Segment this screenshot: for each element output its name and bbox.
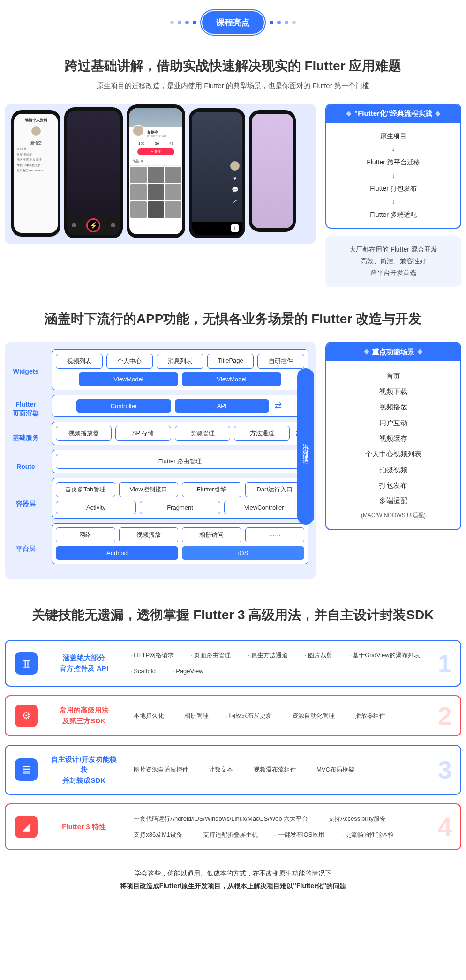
phone-detail [249, 110, 296, 232]
flow-card: "Flutter化"经典流程实践 原生项目 ↓ Flutter 跨平台迁移 ↓ … [325, 104, 461, 229]
phone-video-feed: ♥ 💬 ↗ + [189, 108, 245, 238]
chip-activity: Activity [56, 501, 136, 514]
plus-icon: + [231, 224, 239, 232]
phone-profile-grid: 超悟空 ID 2030191944 1563647 + 关注 作品 31 [127, 104, 185, 238]
footer-text: 学会这些，你能以通用、低成本的方式，在不改变原生功能的情况下 将项目改造成Flu… [0, 867, 466, 892]
skill-icon: ◢ [15, 816, 38, 838]
chip-titlepage: TitlePage [207, 354, 254, 369]
skill-item: 一套代码运行Android/iOS/Windows/Linux/MacOS/We… [130, 813, 308, 825]
section3-title: 关键技能无遗漏，透彻掌握 Flutter 3 高级用法，并自主设计封装SDK [0, 605, 466, 625]
skill-number: 1 [438, 649, 452, 678]
architecture-diagram: Widgets Flutter 页面渲染 基础服务 Route 容器层 平台层 … [5, 342, 316, 579]
scenes-title: 重点功能场景 [372, 348, 414, 356]
dots-left [170, 21, 196, 24]
skill-item: 基于GridView的瀑布列表 [349, 649, 420, 661]
skill-number: 4 [438, 812, 452, 841]
chip-api: API [175, 399, 269, 413]
skill-item: HTTP网络请求 [130, 649, 174, 661]
scenes-card: 重点功能场景 首页 视频下载 视频播放 用户互动 视频缓存 个人中心视频列表 拍… [325, 342, 461, 531]
phone-profile-edit: 编辑个人资料 超悟空 性别 男星座 天蝎座地区 中国·北京·海淀学校 华中科技大… [11, 110, 60, 237]
skill-item: 播放器组件 [352, 710, 385, 722]
chip-personal: 个人中心 [106, 354, 153, 369]
skill-number: 2 [438, 701, 452, 730]
skill-item: PageView [173, 665, 203, 677]
skill-item: 页面路由管理 [191, 649, 231, 661]
soft-card: 大厂都在用的 Flutter 混合开发 高效、简洁、兼容性好 跨平台开发首选 [325, 236, 461, 287]
skill-card-3: ▤ 自主设计/开发功能模块并封装成SDK 图片资源自适应控件计数文本视频瀑布流组… [5, 745, 461, 795]
chip-route: Flutter 路由管理 [56, 454, 304, 469]
chip-vm2: ViewModel [182, 372, 281, 386]
skill-item: 相册管理 [181, 710, 209, 722]
chip-android: Android [56, 546, 178, 560]
chip-method: 方法通道 [234, 426, 290, 441]
chip-more: …… [245, 527, 305, 542]
chip-fragment: Fragment [140, 501, 220, 514]
skill-list: ▥ 涵盖绝大部分官方控件及 API HTTP网络请求页面路由管理原生方法通道图片… [0, 640, 466, 851]
chip-video-list: 视频列表 [56, 354, 103, 369]
dots-right [270, 21, 296, 24]
arch-label-container: 容器层 [5, 482, 47, 527]
skill-card-1: ▥ 涵盖绝大部分官方控件及 API HTTP网络请求页面路由管理原生方法通道图片… [5, 640, 461, 687]
chip-viewctrl: View控制接口 [119, 482, 179, 497]
phone-night-city: ⚡ [64, 107, 123, 238]
skill-item: 视频瀑布流组件 [250, 764, 296, 776]
skill-title: 常用的高级用法及第三方SDK [49, 705, 119, 726]
chip-player: 视频播放器 [56, 426, 112, 441]
skill-item: MVC布局框架 [313, 764, 354, 776]
skill-item: 支持Accessibility服务 [325, 813, 386, 825]
record-fab-icon: ⚡ [86, 218, 100, 232]
arch-label-base: 基础服务 [5, 423, 47, 453]
phones-showcase: 编辑个人资料 超悟空 性别 男星座 天蝎座地区 中国·北京·海淀学校 华中科技大… [5, 104, 316, 244]
skill-items: 图片资源自适应控件计数文本视频瀑布流组件MVC布局框架 [130, 764, 451, 776]
skill-item: 一键发布iOS应用 [275, 829, 325, 841]
skill-icon: ⚙ [15, 705, 38, 727]
skill-items: HTTP网络请求页面路由管理原生方法通道图片裁剪基于GridView的瀑布列表S… [130, 649, 451, 677]
chip-ios: iOS [182, 546, 304, 560]
chip-vc: ViewController [224, 501, 304, 514]
chip-engine: Flutter引擎 [182, 482, 241, 497]
chip-sp: SP 存储 [115, 426, 171, 441]
chip-video: 视频播放 [119, 527, 179, 542]
chip-custom: 自研控件 [257, 354, 304, 369]
hybrid-channel-bar: 混合方法通道 [297, 368, 314, 525]
skill-card-4: ◢ Flutter 3 特性 一套代码运行Android/iOS/Windows… [5, 803, 461, 850]
skill-item: 更流畅的性能体验 [341, 829, 393, 841]
chip-vm1: ViewModel [79, 372, 178, 386]
section-header: 课程亮点 [0, 0, 466, 49]
skill-card-2: ⚙ 常用的高级用法及第三方SDK 本地持久化相册管理响应式布局更新资源自动化管理… [5, 695, 461, 736]
chip-res: 资源管理 [175, 426, 231, 441]
skill-title: 自主设计/开发功能模块并封装成SDK [49, 754, 119, 786]
skill-item: 资源自动化管理 [289, 710, 335, 722]
arch-label-route: Route [5, 453, 47, 482]
chip-net: 网络 [56, 527, 115, 542]
skill-item: 图片裁剪 [305, 649, 332, 661]
skill-items: 一套代码运行Android/iOS/Windows/Linux/MacOS/We… [130, 813, 451, 841]
skill-items: 本地持久化相册管理响应式布局更新资源自动化管理播放器组件 [130, 710, 451, 722]
chip-dart: Dart运行入口 [245, 482, 305, 497]
skill-item: 本地持久化 [130, 710, 164, 722]
skill-number: 3 [438, 755, 452, 784]
follow-button: + 关注 [137, 148, 174, 155]
section1-title: 跨过基础讲解，借助实战快速解决现实的 Flutter 应用难题 [0, 56, 466, 76]
skill-item: 图片资源自适应控件 [130, 764, 188, 776]
arch-label-platform: 平台层 [5, 527, 47, 572]
section2-title: 涵盖时下流行的APP功能，无惧各业务场景的 Flutter 改造与开发 [0, 309, 466, 329]
skill-item: Scaffold [130, 665, 156, 677]
skill-icon: ▥ [15, 652, 38, 675]
arrow-icon: ⇄ [273, 401, 284, 411]
skill-item: 响应式布局更新 [225, 710, 271, 722]
skill-title: 涵盖绝大部分官方控件及 API [49, 653, 119, 674]
skill-icon: ▤ [15, 758, 38, 781]
flow-card-title: "Flutter化"经典流程实践 [354, 109, 432, 118]
skill-item: 计数文本 [205, 764, 233, 776]
skill-item: 原生方法通道 [248, 649, 287, 661]
skill-item: 支持x86及M1设备 [130, 829, 182, 841]
section1-subtitle: 原生项目的迁移改造，是业内使用 Flutter 的典型场景，也是你面对的 Flu… [0, 82, 466, 90]
arch-label-widgets: Widgets [5, 349, 47, 394]
chip-controller: Controller [76, 399, 171, 413]
skill-item: 支持适配折叠屏手机 [199, 829, 257, 841]
arch-label-render: Flutter 页面渲染 [5, 394, 47, 423]
chip-msg: 消息列表 [157, 354, 203, 369]
chip-album: 相册访问 [182, 527, 241, 542]
chip-tab: 首页多Tab管理 [56, 482, 115, 497]
